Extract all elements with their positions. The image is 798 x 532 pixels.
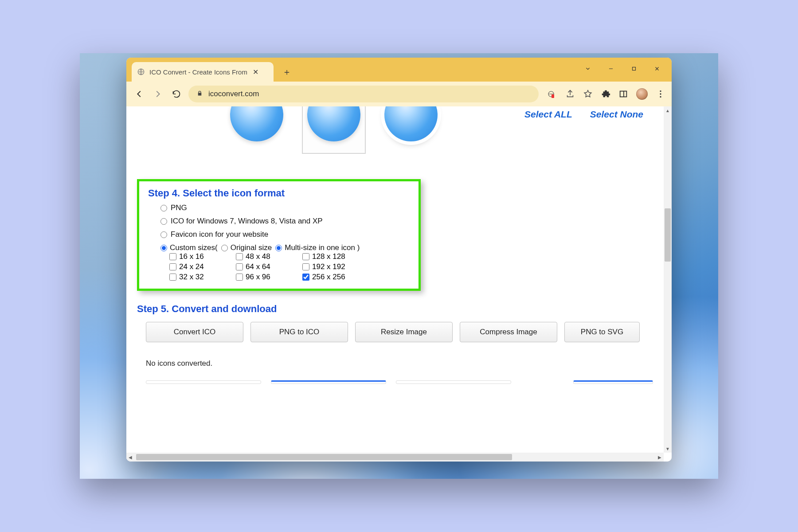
format-option-ico[interactable]: ICO for Windows 7, Windows 8, Vista and … [160,217,410,226]
png-to-ico-button[interactable]: PNG to ICO [250,322,348,342]
browser-tab[interactable]: ICO Convert - Create Icons From ✕ [132,62,274,82]
format-option-png[interactable]: PNG [160,203,410,212]
back-button[interactable] [133,87,146,101]
convert-ico-button[interactable]: Convert ICO [146,322,243,342]
compress-image-button[interactable]: Compress Image [460,322,557,342]
reload-button[interactable] [170,87,183,101]
horizontal-scroll-thumb[interactable] [136,454,512,460]
vertical-scrollbar[interactable] [664,106,672,453]
page-viewport: Select ALL Select None Step 4. Select th… [126,106,672,462]
scroll-down-icon[interactable]: ▼ [664,445,672,453]
maximize-icon[interactable] [631,66,637,74]
result-card [573,380,653,384]
forward-button[interactable] [151,87,164,101]
window-controls [585,58,670,82]
icon-style-option[interactable] [226,106,288,153]
lock-icon [196,90,203,98]
subformat-multi[interactable]: Multi-size in one icon ) [275,243,360,252]
format-option-favicon[interactable]: Favicon icon for your website [160,230,410,239]
browser-toolbar: icoconvert.com [126,82,672,106]
select-none-link[interactable]: Select None [590,109,643,120]
icon-style-option[interactable] [380,106,442,153]
step-4-title: Step 4. Select the icon format [148,188,410,199]
scroll-left-icon[interactable]: ◀ [126,453,134,462]
sidepanel-icon[interactable] [618,89,628,99]
size-128[interactable]: 128 x 128 [302,252,369,261]
png-to-svg-button[interactable]: PNG to SVG [564,322,640,342]
url-text: icoconvert.com [208,90,259,98]
resize-image-button[interactable]: Resize Image [355,322,453,342]
subformat-original[interactable]: Original size [221,243,272,252]
icon-style-option[interactable] [303,106,365,153]
svg-point-4 [660,90,661,92]
size-grid: 16 x 16 48 x 48 128 x 128 24 x 24 64 x 6… [148,252,410,282]
tab-strip: ICO Convert - Create Icons From ✕ ＋ [126,58,672,82]
close-tab-icon[interactable]: ✕ [252,68,259,76]
bookmark-star-icon[interactable] [583,89,593,99]
share-icon[interactable] [565,89,575,99]
vertical-scroll-thumb[interactable] [665,208,671,262]
minimize-icon[interactable] [608,66,614,74]
chevron-down-icon[interactable] [585,66,591,74]
window-close-icon[interactable] [654,66,660,74]
format-option-custom: Custom sizes( Original size Multi-size i… [160,243,410,252]
result-card [271,380,386,384]
extensions-icon[interactable] [601,89,610,99]
result-card [146,380,261,384]
address-bar[interactable]: icoconvert.com [188,86,539,102]
size-64[interactable]: 64 x 64 [236,262,302,271]
scroll-right-icon[interactable]: ▶ [656,453,664,462]
tab-title: ICO Convert - Create Icons From [149,68,247,76]
svg-point-5 [660,93,661,94]
translate-icon[interactable] [548,89,557,99]
conversion-status: No icons converted. [137,359,653,368]
size-256[interactable]: 256 x 256 [302,273,369,282]
globe-icon [137,68,145,76]
step-5-title: Step 5. Convert and download [137,303,653,315]
profile-avatar[interactable] [636,88,648,100]
scroll-up-icon[interactable]: ▲ [664,106,672,114]
size-48[interactable]: 48 x 48 [236,252,302,261]
size-96[interactable]: 96 x 96 [236,273,302,282]
svg-rect-1 [633,67,636,70]
size-32[interactable]: 32 x 32 [169,273,236,282]
size-192[interactable]: 192 x 192 [302,262,369,271]
select-all-link[interactable]: Select ALL [524,109,572,120]
browser-window: ICO Convert - Create Icons From ✕ ＋ icoc… [126,58,672,462]
svg-point-6 [660,96,661,98]
step-4-panel: Step 4. Select the icon format PNG ICO f… [137,179,421,291]
new-tab-button[interactable]: ＋ [279,64,295,80]
kebab-menu-icon[interactable] [656,89,665,99]
size-16[interactable]: 16 x 16 [169,252,236,261]
desktop-wallpaper: ICO Convert - Create Icons From ✕ ＋ icoc… [80,53,718,479]
result-card [396,380,511,384]
size-24[interactable]: 24 x 24 [169,262,236,271]
step-5-panel: Step 5. Convert and download Convert ICO… [137,303,653,384]
